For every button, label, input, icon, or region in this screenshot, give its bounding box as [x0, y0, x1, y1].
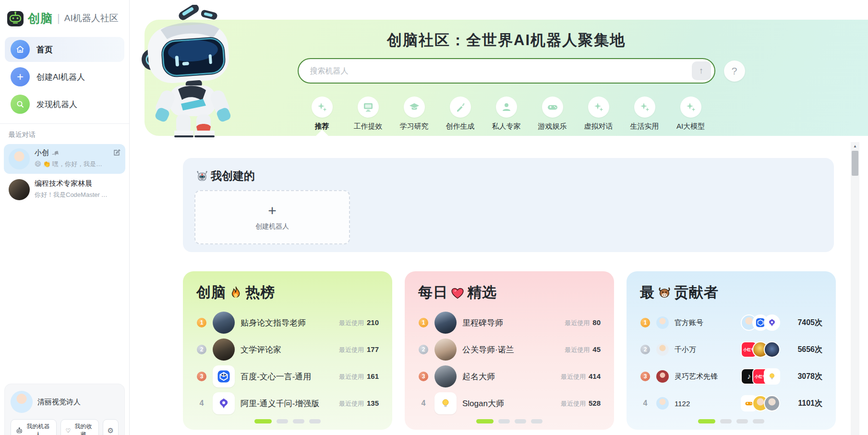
contributor-row[interactable]: 4 1122 1101次 — [640, 391, 822, 416]
scrollbar: ▲ — [851, 142, 859, 435]
search-submit-button[interactable]: ↑ — [692, 61, 711, 80]
tongyi-logo-icon — [764, 314, 780, 331]
usage-count: 161 — [367, 372, 379, 380]
my-created-section: 我创建的 + 创建机器人 — [183, 158, 834, 252]
bot-name: 贴身论文指导老师 — [241, 317, 333, 328]
carousel-dot[interactable] — [498, 419, 510, 423]
rank-row[interactable]: 4 阿里-通义千问-增强版 最近使用135 — [196, 391, 379, 416]
avatar — [9, 179, 30, 200]
scrollbar-thumb[interactable] — [852, 151, 858, 176]
contributor-name: 千小万 — [675, 345, 735, 354]
user-name: 清丽视觉诗人 — [37, 398, 81, 407]
carousel-dot[interactable] — [277, 419, 288, 423]
avatar — [656, 397, 669, 410]
avatar — [656, 316, 669, 329]
flame-icon — [229, 286, 243, 300]
rank-badge: 2 — [197, 345, 206, 354]
contributor-row[interactable]: 2 千小万 小红书 5656次 — [640, 337, 822, 362]
bot-name: 文学评论家 — [241, 344, 333, 355]
sparkle-icon — [588, 97, 609, 118]
sidebar-item-create-bot[interactable]: + 创建AI机器人 — [5, 64, 124, 89]
search-input[interactable] — [310, 67, 692, 75]
carousel-dot[interactable] — [531, 419, 542, 423]
gear-icon: ⚙ — [108, 426, 114, 435]
top-contributors-card: 最 贡献者 1 官方账号 — [627, 271, 836, 430]
home-icon — [11, 40, 30, 59]
carousel-dot[interactable] — [698, 419, 715, 423]
sidebar-item-discover-bots[interactable]: 发现机器人 — [5, 92, 124, 117]
brand-divider: | — [57, 12, 60, 24]
hot-rank-card: 创脑 热榜 1 贴身论文指导老师 最近使用210 2 — [183, 271, 392, 430]
rank-badge: 1 — [640, 318, 650, 327]
arrow-up-icon: ↑ — [699, 66, 703, 75]
daily-picks-card: 每日 精选 1 里程碑导师 最近使用80 2 — [405, 271, 614, 430]
tab-ai-models[interactable]: AI大模型 — [674, 97, 708, 131]
carousel-dot[interactable] — [515, 419, 526, 423]
tongyi-logo-icon — [213, 392, 235, 414]
rank-row[interactable]: 2 文学评论家 最近使用177 — [196, 337, 379, 362]
edit-chat-icon[interactable] — [113, 149, 121, 157]
magic-pen-icon — [450, 97, 471, 118]
rank-row[interactable]: 4 Slogan大师 最近使用528 — [418, 391, 601, 416]
sidebar-nav: 首页 + 创建AI机器人 发现机器人 — [0, 37, 129, 117]
sidebar-item-label: 首页 — [36, 44, 53, 55]
sparkle-icon — [680, 97, 701, 118]
rank-row[interactable]: 3 起名大师 最近使用414 — [418, 364, 601, 389]
tab-work-efficiency[interactable]: 工作提效 — [351, 97, 386, 131]
sidebar-item-home[interactable]: 首页 — [5, 37, 124, 62]
create-bot-card[interactable]: + 创建机器人 — [194, 190, 350, 244]
graduation-cap-icon — [404, 97, 425, 118]
settings-button[interactable]: ⚙ — [103, 419, 119, 435]
ox-icon — [657, 286, 672, 300]
my-bots-button[interactable]: 我的机器人 — [11, 419, 57, 435]
avatar — [11, 391, 33, 413]
sidebar-item-label: 创建AI机器人 — [36, 72, 85, 83]
carousel-dot[interactable] — [736, 419, 748, 423]
card-title: 每日 精选 — [418, 283, 601, 302]
brand-name: 创脑 — [28, 11, 53, 26]
sidebar-item-label: 发现机器人 — [36, 99, 77, 110]
rank-row[interactable]: 3 百度-文心一言-通用 最近使用161 — [196, 364, 379, 389]
usage-count: 3078次 — [791, 372, 822, 382]
carousel-dots — [476, 419, 542, 423]
page-title: 创脑社区：全世界AI机器人聚集地 — [145, 30, 868, 50]
chat-item-linchen[interactable]: 编程技术专家林晨 你好！我是CodeMaster AI… — [4, 175, 125, 205]
carousel-dot[interactable] — [309, 419, 321, 423]
bot-name: 起名大师 — [462, 371, 555, 382]
scrollbar-up-arrow[interactable]: ▲ — [851, 142, 859, 150]
bot-name: 公关导师·诺兰 — [462, 344, 559, 355]
tab-daily-life[interactable]: 生活实用 — [627, 97, 662, 131]
robot-mascot — [135, 5, 249, 140]
carousel-dot[interactable] — [753, 419, 764, 423]
tab-virtual-chat[interactable]: 虚拟对话 — [581, 97, 616, 131]
rank-row[interactable]: 1 里程碑导师 最近使用80 — [418, 310, 601, 335]
avatar — [9, 148, 30, 169]
lightbulb-icon — [434, 392, 457, 414]
carousel-dot[interactable] — [254, 419, 272, 423]
contributor-row[interactable]: 1 官方账号 7405次 — [640, 310, 822, 335]
main-content: 创脑社区：全世界AI机器人聚集地 ↑ ? 推荐 — [130, 0, 868, 435]
ranking-cards: 创脑 热榜 1 贴身论文指导老师 最近使用210 2 — [183, 271, 836, 430]
brand-subtitle: AI机器人社区 — [64, 12, 119, 24]
robot-icon — [16, 427, 23, 435]
tab-personal-expert[interactable]: 私人专家 — [489, 97, 524, 131]
gamepad-icon — [542, 97, 563, 118]
tab-recommend[interactable]: 推荐 — [305, 97, 339, 131]
carousel-dot[interactable] — [476, 419, 494, 423]
my-favorites-button[interactable]: ♡ 我的收藏 — [60, 419, 99, 435]
tab-creation[interactable]: 创作生成 — [443, 97, 478, 131]
contributor-row[interactable]: 3 灵巧艺术先锋 ♪ 小红书 3078次 — [640, 364, 822, 389]
recent-chats-heading: 最近对话 — [0, 128, 129, 143]
tab-game-entertainment[interactable]: 游戏娱乐 — [535, 97, 570, 131]
rank-row[interactable]: 2 公关导师·诺兰 最近使用45 — [418, 337, 601, 362]
heart-outline-icon: ♡ — [66, 427, 71, 434]
bot-name: 阿里-通义千问-增强版 — [241, 398, 333, 409]
carousel-dot[interactable] — [720, 419, 732, 423]
usage-count: 5656次 — [791, 345, 822, 355]
help-button[interactable]: ? — [724, 60, 745, 82]
carousel-dot[interactable] — [293, 419, 304, 423]
rank-row[interactable]: 1 贴身论文指导老师 最近使用210 — [196, 310, 379, 335]
tab-study-research[interactable]: 学习研究 — [397, 97, 432, 131]
chat-item-xiaochuang[interactable]: 小创 😄 👏 嘿，你好，我是你的… — [4, 144, 125, 174]
rank-number: 4 — [196, 399, 207, 408]
